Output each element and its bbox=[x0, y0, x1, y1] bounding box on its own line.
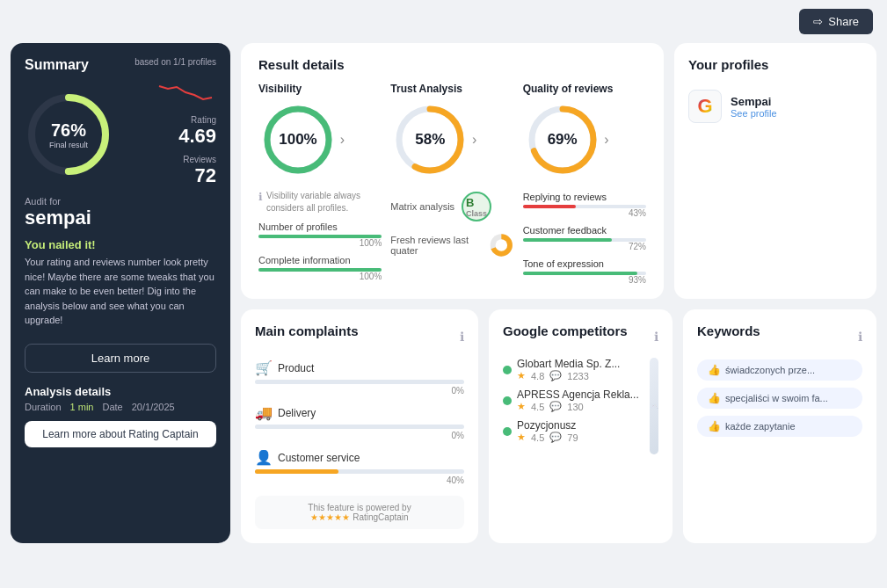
competitors-card: Google competitors ℹ Globart Media Sp. Z… bbox=[489, 309, 673, 543]
duration-label: Duration bbox=[25, 402, 62, 412]
service-icon: 👤 bbox=[255, 449, 273, 466]
keyword-text-2: specjaliści w swoim fa... bbox=[725, 393, 828, 403]
product-name: Product bbox=[278, 362, 314, 374]
reviews-1: 1233 bbox=[567, 371, 588, 381]
keyword-tag-2: 👍 specjaliści w swoim fa... bbox=[697, 388, 862, 409]
competitor-info-1: Globart Media Sp. Z... ★ 4.8 💬 1233 bbox=[517, 358, 620, 381]
see-profile-link[interactable]: See profile bbox=[731, 108, 777, 119]
analysis-meta: Duration 1 min Date 20/1/2025 bbox=[25, 402, 216, 412]
rc-brand: RatingCaptain bbox=[353, 512, 408, 522]
complete-info-row: Complete information 100% bbox=[258, 255, 382, 281]
review-icon-1: 💬 bbox=[549, 370, 562, 381]
product-icon: 🛒 bbox=[255, 359, 273, 376]
competitor-name-1: Globart Media Sp. Z... bbox=[517, 358, 620, 370]
trust-next-arrow[interactable]: › bbox=[472, 132, 476, 148]
profiles-card: Your profiles G Sempai See profile bbox=[674, 43, 876, 299]
info-dot: ℹ bbox=[258, 190, 263, 205]
service-name: Customer service bbox=[278, 452, 360, 464]
profiles-list: G Sempai See profile bbox=[688, 83, 862, 130]
google-icon: G bbox=[688, 90, 722, 123]
complaints-title-row: Main complaints ℹ bbox=[255, 323, 464, 349]
date-label: Date bbox=[102, 402, 122, 412]
fresh-pie-chart bbox=[489, 230, 514, 260]
share-button[interactable]: ⇨ Share bbox=[799, 9, 873, 34]
trust-extras: Matrix analysis B Class Fresh reviews la… bbox=[390, 192, 513, 260]
share-label: Share bbox=[828, 15, 859, 28]
final-result-circle: 76% Final result bbox=[25, 91, 113, 178]
main-grid: Summary based on 1/1 profiles 76% Final … bbox=[0, 43, 887, 554]
powered-by-text: This feature is powered by bbox=[308, 503, 411, 512]
num-profiles-bar bbox=[258, 235, 382, 238]
complete-info-bar-fill bbox=[258, 268, 382, 272]
competitor-list: Globart Media Sp. Z... ★ 4.8 💬 1233 bbox=[503, 358, 639, 454]
map-grid-svg: brandindex bbox=[650, 358, 658, 454]
keyword-icon-2: 👍 bbox=[708, 392, 721, 404]
powered-by: This feature is powered by ★★★★★ RatingC… bbox=[255, 496, 464, 529]
keywords-title: Keywords bbox=[697, 323, 760, 338]
keywords-title-row: Keywords ℹ bbox=[697, 323, 862, 349]
audit-for-name: sempai bbox=[25, 207, 216, 229]
competitor-dot-2 bbox=[503, 396, 512, 405]
visibility-note-text: Visibility variable always considers all… bbox=[266, 190, 382, 214]
quality-col: Quality of reviews 69% › Replying to rev… bbox=[523, 83, 646, 285]
keywords-card: Keywords ℹ 👍 świadczonych prze... 👍 spec… bbox=[683, 309, 876, 543]
complaint-delivery: 🚚 Delivery 0% bbox=[255, 404, 464, 440]
profile-name: Sempai bbox=[731, 95, 777, 108]
rc-stars: ★★★★★ bbox=[310, 512, 350, 522]
replying-label: Replying to reviews bbox=[523, 192, 646, 202]
visibility-title: Visibility bbox=[258, 83, 382, 95]
complaint-product: 🛒 Product 0% bbox=[255, 359, 464, 396]
trust-percent: 58% bbox=[415, 131, 445, 149]
b-class-badge: B Class bbox=[462, 192, 491, 221]
rating-3: 4.5 bbox=[531, 432, 544, 443]
metrics-row: Visibility 100% › ℹ Visibility variable … bbox=[258, 83, 646, 285]
num-profiles-bar-fill bbox=[258, 235, 382, 238]
reviews-2: 130 bbox=[567, 402, 583, 412]
visibility-next-arrow[interactable]: › bbox=[340, 132, 345, 148]
keyword-tag-3: 👍 każde zapytanie bbox=[697, 416, 862, 437]
service-value: 40% bbox=[255, 475, 464, 485]
final-percent: 76% bbox=[49, 120, 88, 141]
share-icon: ⇨ bbox=[813, 15, 823, 28]
complaints-card: Main complaints ℹ 🛒 Product 0% 🚚 Deliver… bbox=[241, 309, 478, 543]
learn-more-button[interactable]: Learn more bbox=[25, 344, 216, 373]
side-metrics: Rating 4.69 Reviews 72 bbox=[155, 82, 216, 187]
product-value: 0% bbox=[255, 386, 464, 396]
trend-chart bbox=[155, 82, 216, 108]
complaints-info-icon[interactable]: ℹ bbox=[460, 330, 464, 344]
complete-info-label: Complete information bbox=[258, 255, 382, 265]
quality-next-arrow[interactable]: › bbox=[604, 132, 608, 148]
visibility-col: Visibility 100% › ℹ Visibility variable … bbox=[258, 83, 382, 285]
complaint-product-header: 🛒 Product bbox=[255, 359, 464, 376]
profile-item: G Sempai See profile bbox=[688, 83, 862, 130]
num-profiles-row: Number of profiles 100% bbox=[258, 221, 382, 248]
delivery-name: Delivery bbox=[278, 407, 316, 419]
matrix-class: B bbox=[466, 196, 487, 209]
rating-1: 4.8 bbox=[531, 371, 544, 381]
top-bar: ⇨ Share bbox=[0, 0, 887, 43]
tone-label: Tone of expression bbox=[523, 258, 646, 269]
complaint-service-header: 👤 Customer service bbox=[255, 449, 464, 466]
matrix-row: Matrix analysis B Class bbox=[390, 192, 513, 221]
date-value: 20/1/2025 bbox=[132, 402, 175, 412]
summary-card: Summary based on 1/1 profiles 76% Final … bbox=[11, 43, 230, 543]
reviews-label: Reviews bbox=[183, 155, 216, 164]
competitors-info-icon[interactable]: ℹ bbox=[654, 330, 658, 344]
competitor-meta-1: ★ 4.8 💬 1233 bbox=[517, 370, 620, 381]
num-profiles-label: Number of profiles bbox=[258, 221, 382, 232]
competitor-dot-1 bbox=[503, 366, 512, 374]
svg-point-7 bbox=[496, 239, 507, 250]
nailed-it-text: You nailed it! bbox=[25, 238, 216, 251]
feedback-label: Customer feedback bbox=[523, 225, 646, 236]
replying-metric: Replying to reviews 43% bbox=[523, 192, 646, 218]
fresh-row: Fresh reviews last quater bbox=[390, 230, 513, 260]
keywords-info-icon[interactable]: ℹ bbox=[858, 330, 862, 344]
learn-more-rc-button[interactable]: Learn more about Rating Captain bbox=[25, 421, 216, 447]
complaints-title: Main complaints bbox=[255, 323, 359, 338]
complaint-delivery-header: 🚚 Delivery bbox=[255, 404, 464, 421]
duration-value: 1 min bbox=[70, 402, 94, 412]
delivery-bar bbox=[255, 425, 464, 429]
audit-for: Audit for sempai bbox=[25, 196, 216, 229]
star-1: ★ bbox=[517, 370, 526, 381]
rating-2: 4.5 bbox=[531, 402, 544, 412]
